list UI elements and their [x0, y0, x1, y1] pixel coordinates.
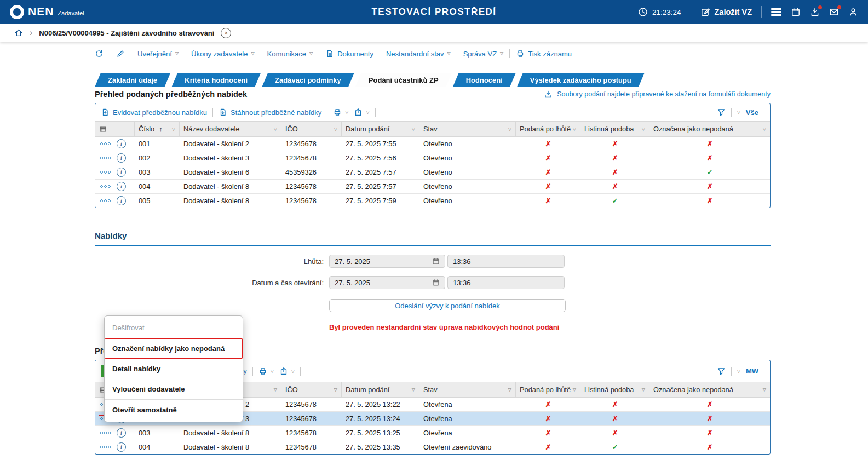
print-record-button[interactable]: Tisk záznamu [516, 49, 572, 58]
menu-vz-management[interactable]: Správa VZ▽ [463, 50, 504, 58]
column-header-notsubmitted[interactable]: Označena jako nepodaná▽ [649, 382, 770, 397]
filter-chevron-icon[interactable]: ▽ [412, 127, 415, 131]
column-header-paper[interactable]: Listinná podoba▽ [580, 382, 649, 397]
tab[interactable]: Podání účastníků ZP [355, 73, 452, 87]
filter-button[interactable] [717, 108, 726, 117]
column-header-number[interactable]: Číslo↑▽ [135, 122, 180, 136]
cell-date: 27. 5. 2025 7:55 [342, 140, 419, 148]
table-row[interactable]: i 003 Dodavatel - školení 8 12345678 27.… [95, 426, 770, 440]
info-icon[interactable]: i [117, 182, 126, 191]
table-row[interactable]: i 003 Dodavatel - školení 6 45359326 27.… [95, 165, 770, 180]
column-header-status[interactable]: Stav▽ [419, 382, 516, 397]
register-prelim-offer-button[interactable]: Evidovat předběžnou nabídku [101, 108, 207, 117]
filter-chevron-icon[interactable]: ▽ [642, 388, 645, 392]
menu-nonstandard-state[interactable]: Nestandardní stav▽ [386, 50, 451, 58]
filter-chevron-icon[interactable]: ▽ [573, 388, 576, 392]
info-icon[interactable]: i [117, 442, 126, 452]
column-header-date[interactable]: Datum podání▽ [342, 382, 419, 397]
row-actions-icon[interactable] [99, 155, 112, 161]
filter-chevron-icon[interactable]: ▽ [334, 127, 337, 131]
filter-chevron-icon[interactable]: ▽ [508, 388, 511, 392]
column-header-paper[interactable]: Listinná podoba▽ [580, 122, 649, 136]
column-header-late[interactable]: Podaná po lhůtě▽ [516, 382, 580, 397]
view-selector[interactable]: MW [746, 367, 758, 375]
context-menu-item[interactable]: Vyloučení dodavatele [105, 379, 243, 399]
row-actions-icon[interactable] [99, 444, 112, 450]
print-table-button[interactable]: ▽ [258, 367, 274, 376]
column-header-date[interactable]: Datum podání▽ [342, 122, 419, 136]
cell-late-mark: ✗ [516, 168, 580, 176]
tab[interactable]: Výsledek zadávacího postupu [517, 73, 645, 87]
edit-record-button[interactable] [116, 49, 125, 58]
tab[interactable]: Hodnocení [453, 73, 516, 87]
deadline-date-input[interactable]: 27. 5. 2025 [329, 255, 445, 268]
close-record-icon[interactable]: × [221, 28, 231, 38]
context-menu-item[interactable]: Detail nabídky [105, 359, 243, 379]
menu-icon[interactable] [771, 7, 781, 18]
row-actions-icon[interactable] [99, 183, 112, 189]
filter-chevron-icon[interactable]: ▽ [573, 127, 576, 131]
filter-button[interactable] [717, 367, 726, 376]
info-icon[interactable]: i [117, 153, 126, 163]
filter-chevron-icon[interactable]: ▽ [172, 127, 175, 131]
export-table-button[interactable]: ▽ [354, 108, 369, 117]
filter-chevron-icon[interactable]: ▽ [763, 127, 766, 131]
row-actions-icon[interactable] [99, 141, 112, 147]
menu-communication[interactable]: Komunikace▽ [267, 50, 313, 58]
column-header-status[interactable]: Stav▽ [419, 122, 516, 136]
deadline-time-input[interactable]: 13:36 [447, 255, 565, 268]
messages-icon[interactable] [829, 7, 839, 17]
calendar-icon[interactable] [432, 279, 440, 286]
user-icon[interactable] [848, 7, 858, 17]
history-button[interactable] [95, 49, 104, 58]
menu-documents[interactable]: Dokumenty [325, 49, 373, 58]
info-icon[interactable]: i [117, 428, 126, 438]
filter-chevron-icon[interactable]: ▽ [274, 388, 277, 392]
row-actions-icon[interactable] [99, 430, 112, 436]
column-header-late[interactable]: Podaná po lhůtě▽ [516, 122, 580, 136]
row-actions-icon[interactable] [99, 169, 112, 175]
table-row[interactable]: i 002 Dodavatel - školení 3 12345678 27.… [95, 151, 770, 165]
filter-chevron-icon[interactable]: ▽ [274, 127, 277, 131]
home-icon[interactable] [14, 28, 23, 37]
column-header-notsubmitted[interactable]: Označena jako nepodaná▽ [649, 122, 770, 136]
table-row[interactable]: i 004 Dodavatel - školení 8 12345678 27.… [95, 180, 770, 194]
view-selector[interactable]: Vše [746, 108, 758, 117]
info-icon[interactable]: i [117, 139, 126, 148]
table-row[interactable]: i 004 Dodavatel - školení 8 12345678 27.… [95, 440, 770, 454]
downloads-icon[interactable] [810, 7, 820, 17]
column-header-ico[interactable]: IČO▽ [281, 382, 342, 397]
calendar-icon[interactable] [791, 7, 801, 17]
tab[interactable]: Základní údaje [95, 73, 170, 87]
filter-chevron-icon[interactable]: ▽ [763, 388, 766, 392]
tab[interactable]: Zadávací podmínky [262, 73, 354, 87]
column-header-ico[interactable]: IČO▽ [281, 122, 342, 136]
info-icon[interactable]: i [117, 196, 126, 205]
table-row[interactable]: i 005 Dodavatel - školení 8 12345678 27.… [95, 194, 770, 208]
export-table-button[interactable]: ▽ [279, 367, 295, 376]
filter-chevron-icon[interactable]: ▽ [508, 127, 511, 131]
row-actions-icon[interactable] [99, 198, 112, 204]
calendar-icon[interactable] [432, 257, 440, 265]
opening-date-input[interactable]: 27. 5. 2025 [329, 276, 445, 289]
send-call-for-offers-button[interactable]: Odeslání výzvy k podání nabídek [329, 299, 566, 312]
opening-time-input[interactable]: 13:36 [447, 276, 565, 289]
context-menu-item[interactable]: Označení nabídky jako nepodaná [105, 338, 243, 359]
print-table-button[interactable]: ▽ [333, 108, 348, 117]
context-menu-item-label: Detail nabídky [112, 365, 160, 373]
nen-logo[interactable]: NEN Zadavatel [10, 5, 84, 19]
table-row[interactable]: i 001 Dodavatel - školení 2 12345678 27.… [95, 137, 770, 151]
menu-contracting-tasks[interactable]: Úkony zadavatele▽ [191, 50, 255, 58]
menu-publication[interactable]: Uveřejnění▽ [137, 50, 179, 58]
download-prelim-offers-button[interactable]: Stáhnout předběžné nabídky [219, 108, 321, 117]
filter-chevron-icon[interactable]: ▽ [334, 388, 337, 392]
download-files-note[interactable]: Soubory podání najdete připravené ke sta… [544, 90, 771, 99]
column-settings-icon[interactable] [95, 122, 135, 136]
tab[interactable]: Kritéria hodnocení [171, 73, 261, 87]
filter-chevron-icon[interactable]: ▽ [412, 388, 415, 392]
column-header-supplier[interactable]: Název dodavatele▽ [180, 122, 281, 136]
filter-chevron-icon[interactable]: ▽ [642, 127, 645, 131]
create-vz-button[interactable]: Založit VZ [700, 7, 752, 17]
info-icon[interactable]: i [117, 168, 126, 177]
context-menu-item[interactable]: Otevřít samostatně [105, 399, 243, 420]
